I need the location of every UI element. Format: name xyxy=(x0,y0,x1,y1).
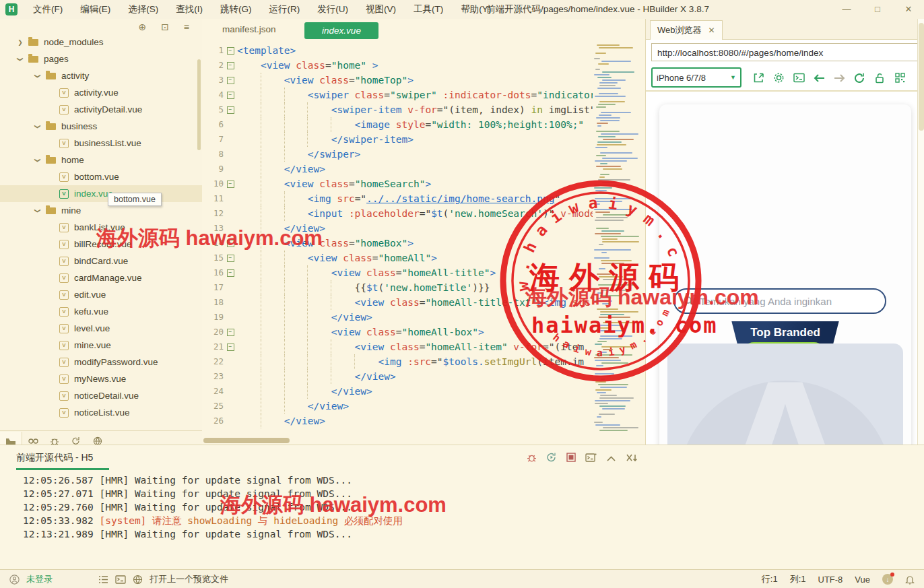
code-line-7[interactable]: 7 </swiper-item> xyxy=(202,132,645,147)
code-line-15[interactable]: 15− <view class="homeAll"> xyxy=(202,251,645,265)
tree-item-mine[interactable]: ❯mine xyxy=(0,202,202,219)
code-line-26[interactable]: 26 </view> xyxy=(202,414,645,428)
menu-item[interactable]: 工具(T) xyxy=(405,0,452,19)
menu-item[interactable]: 运行(R) xyxy=(261,0,309,19)
stop-icon[interactable] xyxy=(566,453,576,465)
refresh-icon[interactable] xyxy=(849,71,869,84)
code-line-5[interactable]: 5− <swiper-item v-for="(item, index) in … xyxy=(202,102,645,117)
language-mode[interactable]: Vue xyxy=(855,575,870,585)
close-button[interactable]: ✕ xyxy=(893,0,924,19)
tree-item-activity.vue[interactable]: Vactivity.vue xyxy=(0,84,202,101)
settings-gear-icon[interactable] xyxy=(768,71,789,84)
debug-tab-icon[interactable] xyxy=(44,436,65,445)
open-previous-preview[interactable]: 打开上一个预览文件 xyxy=(150,573,228,585)
files-tab-icon[interactable] xyxy=(0,432,22,445)
fold-icon[interactable]: − xyxy=(227,62,234,69)
fold-icon[interactable]: − xyxy=(227,106,234,114)
tab-manifest-json[interactable]: manifest.json xyxy=(222,24,276,34)
new-terminal-icon[interactable] xyxy=(585,453,597,465)
forward-icon[interactable] xyxy=(829,71,849,84)
explorer-toolbar[interactable]: ⊕ ⊡ ≡ xyxy=(139,22,195,32)
code-line-4[interactable]: 4− <swiper class="swiper" :indicator-dot… xyxy=(202,88,645,102)
code-line-14[interactable]: 14− <view class="homeBox"> xyxy=(202,236,645,251)
tree-item-edit.vue[interactable]: Vedit.vue xyxy=(0,286,202,303)
tree-item-node_modules[interactable]: ❯node_modules xyxy=(0,34,202,51)
url-bar[interactable]: http://localhost:8080/#/pages/home/index xyxy=(651,43,918,61)
search-tab-icon[interactable] xyxy=(22,436,44,445)
tree-item-bindCard.vue[interactable]: VbindCard.vue xyxy=(0,253,202,269)
code-line-16[interactable]: 16− <view class="homeAll-title"> xyxy=(202,265,645,280)
menu-item[interactable]: 查找(I) xyxy=(167,0,211,19)
browser-scrollbar-thumb[interactable] xyxy=(919,23,924,131)
tree-item-index.vue[interactable]: Vindex.vue xyxy=(0,185,202,202)
code-line-25[interactable]: 25 </view> xyxy=(202,399,645,414)
chevron-down-icon[interactable]: ❯ xyxy=(34,156,41,164)
menu-item[interactable]: 编辑(E) xyxy=(71,0,119,19)
tree-item-home[interactable]: ❯home xyxy=(0,152,202,168)
open-external-icon[interactable] xyxy=(748,71,768,84)
tree-item-level.vue[interactable]: Vlevel.vue xyxy=(0,320,202,337)
outline-list-icon[interactable] xyxy=(98,575,108,584)
fold-icon[interactable]: − xyxy=(227,344,234,351)
browser-scrollbar-track[interactable] xyxy=(917,19,924,445)
tree-item-kefu.vue[interactable]: Vkefu.vue xyxy=(0,303,202,320)
code-line-10[interactable]: 10− <view class="homeSearch"> xyxy=(202,176,645,191)
minimap[interactable] xyxy=(593,43,644,434)
tree-item-modifyPassword.vue[interactable]: VmodifyPassword.vue xyxy=(0,354,202,370)
tab-index-vue[interactable]: index.vue xyxy=(304,22,378,39)
tree-item-activityDetail.vue[interactable]: VactivityDetail.vue xyxy=(0,101,202,118)
device-selector[interactable]: iPhone 6/7/8 ▼ xyxy=(651,67,741,88)
fold-icon[interactable]: − xyxy=(227,92,234,99)
restart-icon[interactable] xyxy=(546,452,557,465)
preview-globe-icon[interactable] xyxy=(133,575,143,585)
code-line-18[interactable]: 18 <view class="homeAll-title-txt"><img … xyxy=(202,295,645,310)
chevron-down-icon[interactable]: ❯ xyxy=(34,207,41,215)
bell-icon[interactable] xyxy=(905,575,915,585)
tree-item-billRecord.vue[interactable]: VbillRecord.vue xyxy=(0,236,202,253)
chevron-down-icon[interactable]: ❯ xyxy=(17,55,24,63)
code-line-11[interactable]: 11 <img src="../../static/img/home-searc… xyxy=(202,191,645,206)
tree-item-mine.vue[interactable]: Vmine.vue xyxy=(0,337,202,354)
code-line-8[interactable]: 8 </swiper> xyxy=(202,147,645,162)
menu-item[interactable]: 文件(F) xyxy=(24,0,71,19)
qrcode-icon[interactable] xyxy=(890,71,910,84)
fold-icon[interactable]: − xyxy=(227,47,234,55)
explorer-scrollbar[interactable] xyxy=(197,59,201,150)
tree-item-pages[interactable]: ❯pages xyxy=(0,51,202,67)
chevron-down-icon[interactable]: ❯ xyxy=(34,72,41,80)
code-line-23[interactable]: 23 </view> xyxy=(202,369,645,384)
console-tab-label[interactable]: 前端开源代码 - H5 xyxy=(16,452,93,464)
terminal-status-icon[interactable] xyxy=(115,575,126,584)
code-line-17[interactable]: 17 {{$t('new.homeTitle')}} xyxy=(202,280,645,295)
code-line-20[interactable]: 20− <view class="homeAll-box"> xyxy=(202,325,645,339)
tree-item-myNews.vue[interactable]: VmyNews.vue xyxy=(0,370,202,387)
debug-bug-icon[interactable] xyxy=(527,453,537,465)
fold-icon[interactable]: − xyxy=(227,329,234,336)
menu-item[interactable]: 跳转(G) xyxy=(211,0,261,19)
tree-item-noticeDetail.vue[interactable]: VnoticeDetail.vue xyxy=(0,387,202,404)
fold-icon[interactable]: − xyxy=(227,240,234,247)
code-line-2[interactable]: 2− <view class="home" > xyxy=(202,58,645,73)
close-console-icon[interactable] xyxy=(626,453,638,465)
phone-search-bar[interactable]: Temukan yang Anda inginkan xyxy=(673,288,886,314)
tree-item-businessList.vue[interactable]: VbusinessList.vue xyxy=(0,135,202,152)
tree-item-business[interactable]: ❯business xyxy=(0,118,202,135)
code-line-3[interactable]: 3− <view class="homeTop"> xyxy=(202,73,645,88)
code-line-9[interactable]: 9 </view> xyxy=(202,162,645,176)
code-line-21[interactable]: 21− <view class="homeAll-item" v-for="(i… xyxy=(202,339,645,354)
fold-icon[interactable]: − xyxy=(227,77,234,84)
code-line-1[interactable]: 1−<template> xyxy=(202,43,645,58)
editor-horizontal-scrollbar[interactable] xyxy=(203,438,290,443)
back-icon[interactable] xyxy=(809,71,829,84)
git-tab-icon[interactable] xyxy=(65,436,87,445)
menu-item[interactable]: 发行(U) xyxy=(308,0,357,19)
code-line-13[interactable]: 13 </view> xyxy=(202,221,645,236)
chevron-down-icon[interactable]: ❯ xyxy=(34,123,41,131)
login-status[interactable]: 未登录 xyxy=(26,573,53,585)
browser-tab[interactable]: Web浏览器 ✕ xyxy=(650,20,723,40)
code-line-19[interactable]: 19 </view> xyxy=(202,310,645,325)
code-line-6[interactable]: 6 <image style="width: 100%;height:100%;… xyxy=(202,117,645,132)
update-notification-icon[interactable]: ↓ xyxy=(882,574,893,585)
browser-tab-close-icon[interactable]: ✕ xyxy=(708,26,715,35)
tree-item-activity[interactable]: ❯activity xyxy=(0,67,202,84)
